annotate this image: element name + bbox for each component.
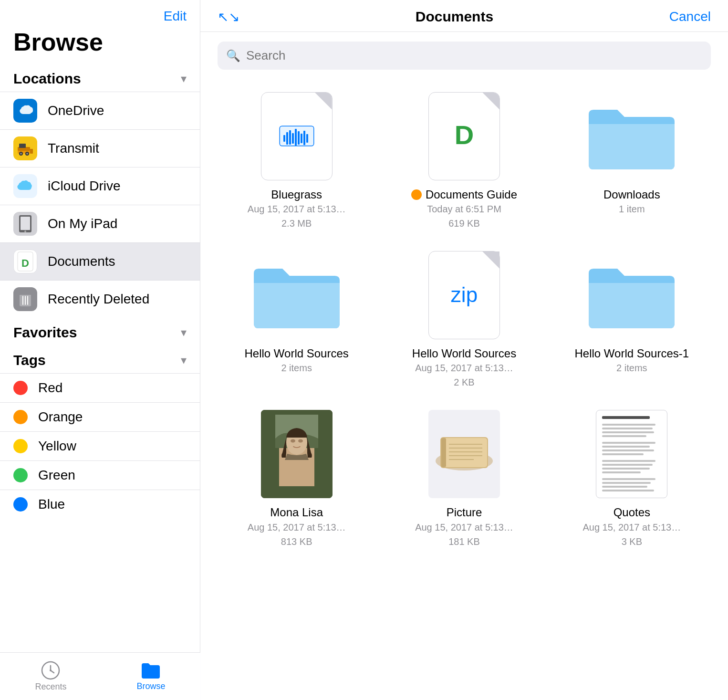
file-item-picture[interactable]: Picture Aug 15, 2017 at 5:13… 181 KB	[385, 404, 543, 553]
browse-label: Browse	[136, 681, 165, 691]
page-title: Browse	[0, 26, 200, 66]
file-item-documents-guide[interactable]: D Documents Guide Today at 6:51 PM 619 K…	[385, 86, 543, 235]
file-item-quotes[interactable]: Quotes Aug 15, 2017 at 5:13… 3 KB	[553, 404, 711, 553]
documents-guide-icon-container: D	[419, 91, 510, 181]
hello-world-sources-2-meta1: 2 items	[616, 361, 647, 375]
svg-rect-2	[30, 149, 33, 154]
svg-rect-7	[19, 144, 26, 148]
downloads-folder-icon	[589, 100, 675, 172]
onedrive-label: OneDrive	[48, 103, 104, 118]
hello-world-sources-zip-icon: zip	[428, 251, 500, 339]
svg-rect-43	[441, 438, 487, 467]
file-item-bluegrass[interactable]: Bluegrass Aug 15, 2017 at 5:13… 2.3 MB	[218, 86, 375, 235]
quotes-meta2: 3 KB	[622, 534, 642, 549]
hello-world-sources-2-icon-container	[586, 250, 677, 340]
svg-rect-29	[295, 129, 297, 146]
mona-lisa-meta2: 813 KB	[281, 534, 312, 549]
red-tag-dot	[13, 381, 28, 395]
sidebar-item-transmit[interactable]: Transmit	[0, 129, 200, 167]
search-input[interactable]	[246, 48, 702, 63]
ipad-icon	[13, 212, 37, 236]
svg-point-40	[298, 439, 303, 442]
recently-deleted-label: Recently Deleted	[48, 292, 149, 307]
sidebar-item-documents[interactable]: D Documents	[0, 242, 200, 280]
file-item-downloads[interactable]: Downloads 1 item	[553, 86, 711, 235]
recents-icon	[41, 661, 60, 680]
svg-point-6	[26, 153, 28, 155]
edit-button[interactable]: Edit	[164, 9, 187, 24]
main-title: Documents	[416, 9, 493, 25]
icloud-icon	[13, 174, 37, 198]
svg-rect-9	[21, 217, 30, 230]
quotes-meta1: Aug 15, 2017 at 5:13…	[582, 520, 681, 534]
hello-world-sources-zip-meta1: Aug 15, 2017 at 5:13…	[415, 361, 513, 375]
hello-world-sources-1-folder-icon	[254, 259, 340, 331]
file-item-mona-lisa[interactable]: Mona Lisa Aug 15, 2017 at 5:13… 813 KB	[218, 404, 375, 553]
tags-section-header[interactable]: Tags ▾	[0, 347, 200, 373]
svg-text:D: D	[21, 257, 29, 269]
file-item-hello-world-sources-zip[interactable]: zip Hello World Sources Aug 15, 2017 at …	[385, 245, 543, 394]
cancel-button[interactable]: Cancel	[669, 9, 711, 24]
quotes-line-2	[602, 424, 655, 426]
sidebar-item-onedrive[interactable]: OneDrive	[0, 92, 200, 129]
tags-section: Tags ▾ Red Orange Yellow Green Blue	[0, 347, 200, 519]
bluegrass-meta2: 2.3 MB	[281, 216, 312, 230]
svg-point-39	[291, 439, 295, 442]
search-bar: 🔍	[218, 42, 711, 70]
sidebar-item-tag-green[interactable]: Green	[0, 460, 200, 490]
picture-name: Picture	[447, 505, 482, 520]
quotes-line-6	[602, 442, 655, 444]
locations-chevron-icon: ▾	[181, 72, 187, 85]
bluegrass-name: Bluegrass	[271, 187, 322, 202]
recents-label: Recents	[35, 682, 66, 692]
svg-rect-25	[283, 135, 285, 142]
file-item-hello-world-sources-1[interactable]: Hello World Sources 2 items	[218, 245, 375, 394]
favorites-section: Favorites ▾	[0, 320, 200, 345]
mona-lisa-name: Mona Lisa	[270, 505, 323, 520]
trash-icon	[13, 287, 37, 311]
favorites-section-header[interactable]: Favorites ▾	[0, 320, 200, 345]
orange-tag-label: Orange	[38, 409, 83, 425]
quotes-line-16	[602, 486, 647, 488]
hello-world-sources-1-icon-container	[251, 250, 342, 340]
hello-world-sources-zip-meta2: 2 KB	[454, 375, 474, 389]
blue-tag-label: Blue	[38, 497, 65, 512]
mona-lisa-icon-container	[251, 408, 342, 499]
sidebar-item-ipad[interactable]: On My iPad	[0, 205, 200, 242]
blue-tag-dot	[13, 497, 28, 512]
file-grid: Bluegrass Aug 15, 2017 at 5:13… 2.3 MB D…	[200, 74, 728, 573]
browse-tab[interactable]: Browse	[136, 661, 165, 691]
picture-meta2: 181 KB	[448, 534, 480, 549]
sidebar-item-tag-orange[interactable]: Orange	[0, 402, 200, 431]
main-header: ↖↘ Documents Cancel	[200, 0, 728, 32]
green-tag-label: Green	[38, 468, 75, 483]
svg-rect-14	[18, 293, 33, 295]
sidebar-item-tag-blue[interactable]: Blue	[0, 490, 200, 519]
resize-icon[interactable]: ↖↘	[218, 9, 239, 25]
quotes-line-5	[602, 435, 646, 437]
sidebar-item-recently-deleted[interactable]: Recently Deleted	[0, 280, 200, 318]
svg-rect-33	[306, 134, 308, 143]
browse-icon	[141, 661, 161, 679]
documents-label: Documents	[48, 254, 115, 269]
favorites-title: Favorites	[13, 324, 77, 341]
quotes-line-11	[602, 464, 652, 466]
yellow-tag-label: Yellow	[38, 439, 76, 454]
documents-guide-meta2: 619 KB	[448, 216, 480, 230]
transmit-icon	[13, 136, 37, 160]
sidebar-item-tag-red[interactable]: Red	[0, 373, 200, 402]
locations-title: Locations	[13, 71, 81, 87]
tags-title: Tags	[13, 352, 46, 368]
sidebar: Edit Browse Locations ▾ OneDrive	[0, 0, 200, 700]
locations-section-header[interactable]: Locations ▾	[0, 66, 200, 92]
hello-world-sources-1-meta1: 2 items	[281, 361, 312, 375]
recents-tab[interactable]: Recents	[35, 661, 66, 692]
mona-lisa-thumb	[261, 410, 333, 498]
sidebar-item-icloud[interactable]: iCloud Drive	[0, 167, 200, 205]
file-item-hello-world-sources-2[interactable]: Hello World Sources-1 2 items	[553, 245, 711, 394]
sidebar-item-tag-yellow[interactable]: Yellow	[0, 431, 200, 460]
downloads-icon-container	[586, 91, 677, 181]
svg-point-4	[20, 153, 22, 155]
hello-world-sources-1-name: Hello World Sources	[245, 346, 349, 361]
quotes-thumb	[596, 410, 667, 498]
